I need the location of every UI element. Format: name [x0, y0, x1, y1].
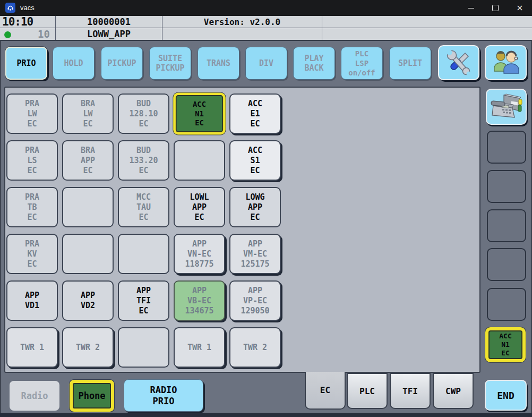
toolbar-button-prio[interactable]: PRIO: [5, 47, 47, 80]
tab-cwp[interactable]: CWP: [433, 373, 474, 409]
status-empty-cell: [322, 28, 532, 40]
status-empty-cell: [162, 28, 322, 40]
da-button-app-vb[interactable]: APP VB-EC 134675: [174, 280, 225, 321]
call-slot-empty[interactable]: [487, 170, 526, 203]
version-label: Version: v2.0.0: [162, 16, 322, 28]
toolbar-button-pickup[interactable]: PICKUP: [101, 47, 143, 80]
da-button-bud-12810[interactable]: BUD 128.10 EC: [118, 93, 169, 134]
da-button-lowl-app[interactable]: LOWL APP EC: [174, 187, 225, 227]
da-button-app-vn[interactable]: APP VN-EC 118775: [174, 234, 225, 274]
status-green-dot: [4, 31, 11, 38]
phone-directory-icon: [490, 93, 523, 121]
tools-icon: [445, 49, 473, 76]
vacs-window: vacs × 10:10 10 10000001 LOWW_APP Versio…: [0, 0, 532, 417]
end-button[interactable]: END: [485, 380, 527, 411]
da-button-acc-n1-selected[interactable]: ACC N1 EC: [176, 95, 223, 132]
da-button-empty[interactable]: [174, 140, 225, 181]
minimize-button[interactable]: [459, 0, 483, 16]
toolbar-button-hold[interactable]: HOLD: [53, 47, 95, 80]
da-button-pra-ls[interactable]: PRA LS EC: [6, 140, 58, 181]
tab-ec[interactable]: EC: [305, 372, 346, 410]
tab-plc[interactable]: PLC: [347, 373, 388, 409]
users-icon: [491, 49, 521, 76]
toolbar-button-playback[interactable]: PLAY BACK: [293, 47, 335, 80]
da-button-pra-kv[interactable]: PRA KV EC: [6, 234, 58, 274]
maximize-button[interactable]: [483, 0, 508, 16]
da-button-app-vp[interactable]: APP VP-EC 129050: [229, 280, 281, 321]
phone-directory-button[interactable]: [486, 89, 527, 125]
da-button-empty[interactable]: [62, 234, 114, 274]
da-button-twr2-b[interactable]: TWR 2: [229, 327, 281, 368]
da-button-empty[interactable]: [62, 187, 114, 227]
toolbar-button-plc-lsp[interactable]: PLC LSP on/off: [341, 47, 383, 80]
minimize-icon: [468, 8, 474, 8]
maximize-icon: [492, 5, 499, 11]
da-button-app-vd1[interactable]: APP VD1: [6, 280, 58, 321]
da-button-app-vd2[interactable]: APP VD2: [62, 280, 114, 321]
call-slot-empty[interactable]: [487, 209, 526, 242]
settings-button[interactable]: [438, 45, 479, 80]
call-slot-empty[interactable]: [487, 248, 526, 281]
da-button-twr2-a[interactable]: TWR 2: [62, 327, 114, 368]
da-button-pra-tb[interactable]: PRA TB EC: [6, 187, 58, 227]
vacs-app-icon: [5, 3, 15, 13]
toolbar-button-trans[interactable]: TRANS: [198, 47, 239, 80]
close-button[interactable]: ×: [508, 0, 532, 16]
da-button-bra-app[interactable]: BRA APP EC: [62, 140, 114, 181]
titlebar: vacs ×: [0, 0, 532, 16]
da-button-empty[interactable]: [118, 234, 169, 274]
radio-mode-button[interactable]: Radio: [10, 381, 59, 411]
da-button-bra-lw[interactable]: BRA LW EC: [62, 93, 114, 134]
users-button[interactable]: [485, 45, 527, 80]
call-slot-empty[interactable]: [487, 288, 526, 321]
da-button-acc-e1[interactable]: ACC E1 EC: [229, 93, 281, 134]
window-title: vacs: [20, 4, 35, 12]
da-button-acc-s1[interactable]: ACC S1 EC: [229, 140, 281, 181]
da-button-lowg-app[interactable]: LOWG APP EC: [229, 187, 281, 227]
toolbar-button-split[interactable]: SPLIT: [389, 47, 431, 80]
status-bar: 10:10 10 10000001 LOWW_APP Version: v2.0…: [0, 16, 532, 41]
tab-tfi[interactable]: TFI: [390, 373, 431, 409]
call-slot-empty[interactable]: [487, 131, 526, 164]
active-call-acc-n1[interactable]: ACC N1 EC: [488, 330, 522, 359]
station-name: LOWW_APP: [56, 28, 162, 40]
da-button-app-vm[interactable]: APP VM-EC 125175: [229, 234, 281, 274]
clock: 10:10: [0, 16, 56, 28]
da-button-pra-lw[interactable]: PRA LW EC: [6, 93, 58, 134]
window-bottom-edge: [0, 413, 532, 417]
station-id: 10000001: [56, 16, 162, 28]
da-button-mcc-tau[interactable]: MCC TAU EC: [118, 187, 169, 227]
status-empty-cell: [322, 16, 532, 28]
radio-prio-button[interactable]: RADIO PRIO: [124, 379, 203, 412]
da-button-app-tfi[interactable]: APP TFI EC: [118, 280, 169, 321]
toolbar-button-div[interactable]: DIV: [245, 47, 287, 80]
da-button-twr1-a[interactable]: TWR 1: [6, 327, 58, 368]
da-button-twr1-b[interactable]: TWR 1: [174, 327, 225, 368]
da-button-empty[interactable]: [118, 327, 169, 368]
phone-mode-button[interactable]: Phone: [73, 383, 111, 409]
close-icon: ×: [516, 4, 523, 12]
da-button-bud-13320[interactable]: BUD 133.20 EC: [118, 140, 169, 181]
toolbar-button-suite-pickup[interactable]: SUITE PICKUP: [149, 47, 191, 80]
